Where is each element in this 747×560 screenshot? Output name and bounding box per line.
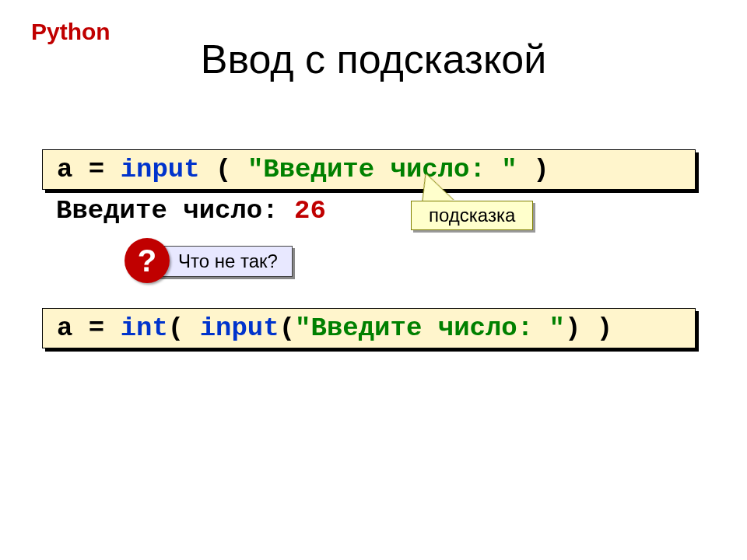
code-string: "Введите число: " bbox=[247, 155, 517, 184]
code-text: ( bbox=[279, 313, 295, 343]
code-text: ) ) bbox=[565, 313, 612, 343]
code-text: a = bbox=[57, 155, 121, 184]
output-user-input: 26 bbox=[294, 196, 326, 226]
code-keyword-input: input bbox=[200, 313, 279, 343]
code-text: ) bbox=[517, 155, 549, 184]
code-text: ( bbox=[168, 313, 200, 343]
code-block-top: a = input ( "Введите число: " ) bbox=[42, 149, 696, 190]
code-keyword-input: input bbox=[121, 155, 200, 184]
slide-title: Ввод с подсказкой bbox=[0, 36, 747, 82]
code-text: ( bbox=[200, 155, 247, 184]
code-block-bottom: a = int( input("Введите число: ") ) bbox=[42, 308, 696, 348]
hint-callout: подсказка bbox=[411, 201, 533, 230]
callout-tail bbox=[419, 170, 454, 204]
code-string: "Введите число: " bbox=[295, 313, 565, 343]
output-prompt: Введите число: bbox=[56, 196, 294, 226]
question-callout: Что не так? bbox=[156, 246, 293, 277]
code-keyword-int: int bbox=[121, 313, 168, 343]
question-mark-icon: ? bbox=[124, 238, 170, 283]
code-text: a = bbox=[57, 313, 121, 343]
console-output: Введите число: 26 bbox=[56, 196, 326, 226]
